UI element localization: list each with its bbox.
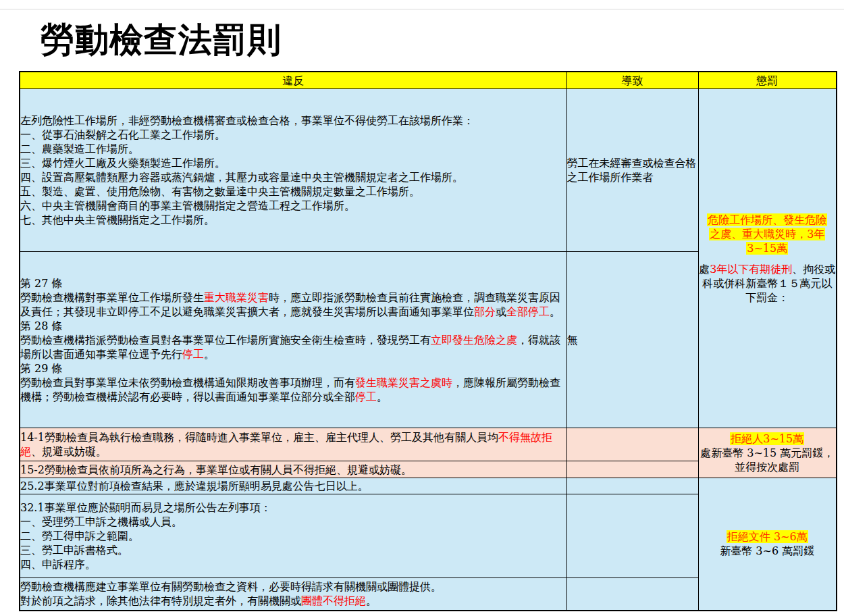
red-emphasis: 3年以下有期徒刑 xyxy=(710,263,792,276)
cell-violation-articles-27-29: 第 27 條 勞動檢查機構對事業單位工作場所發生重大職業災害時，應立即指派勞動檢… xyxy=(20,252,566,428)
penalty-highlight-refusal-person: 拒絕人3~15萬 xyxy=(730,432,804,445)
penalty-highlight-refusal-documents: 拒絕文件 3~6萬 xyxy=(727,530,808,543)
red-emphasis: 全部停工 xyxy=(506,305,550,318)
column-header-violation: 違反 xyxy=(20,72,566,89)
cell-cause-empty-row3 xyxy=(566,428,698,461)
penalty-body-criminal: 處3年以下有期徒刑、拘役或科或併科新臺幣１５萬元以下罰金： xyxy=(699,262,837,305)
cell-cause-empty-row7 xyxy=(566,578,698,611)
violation-line: 四、設置高壓氣體類壓力容器或蒸汽鍋爐，其壓力或容量達中央主管機關規定者之工作場所… xyxy=(20,170,566,184)
red-emphasis: 立即發生危險之虞 xyxy=(431,334,517,346)
cell-violation-14-1: 14-1勞動檢查員為執行檢查職務，得隨時進入事業單位，雇主、雇主代理人、勞工及其… xyxy=(20,428,566,461)
red-emphasis: 部分 xyxy=(474,305,496,318)
page-title: 勞動檢查法罰則 xyxy=(41,18,282,63)
cell-cause-unapproved-workplace: 勞工在未經審查或檢查合格之工作場所作業者 xyxy=(566,89,698,252)
article-number: 第 29 條 xyxy=(20,361,566,376)
cell-violation-15-2: 15-2勞動檢查員依前項所為之行為，事業單位或有關人員不得拒絕、規避或妨礙。 xyxy=(20,461,566,478)
violation-line: 二、農藥製造工作場所。 xyxy=(20,142,566,156)
row-25-2: 25.2事業單位對前項檢查結果，應於違規場所顯明易見處公告七日以上。 拒絕文件 … xyxy=(20,478,837,494)
row-14-1: 14-1勞動檢查員為執行檢查職務，得隨時進入事業單位，雇主、雇主代理人、勞工及其… xyxy=(20,428,837,461)
cell-violation-inspection-data: 勞動檢查機構應建立事業單位有關勞動檢查之資料，必要時得請求有關機關或團體提供。 … xyxy=(20,578,566,611)
cell-cause-none: 無 xyxy=(566,252,698,428)
violation-line: 七、其他中央主管機關指定之工作場所。 xyxy=(20,213,566,227)
column-header-punishment: 懲罰 xyxy=(698,72,837,89)
red-emphasis: 重大職業災害 xyxy=(204,291,269,304)
violation-line: 一、受理勞工申訴之機構或人員。 xyxy=(20,515,566,529)
red-emphasis: 停工 xyxy=(355,390,377,403)
top-divider-line xyxy=(0,9,844,9)
violation-line: 左列危險性工作場所，非經勞動檢查機構審查或檢查合格，事業單位不得使勞工在該場所作… xyxy=(20,113,566,128)
row-dangerous-workplaces: 左列危險性工作場所，非經勞動檢查機構審查或檢查合格，事業單位不得使勞工在該場所作… xyxy=(20,89,837,252)
cell-cause-empty-row6 xyxy=(566,494,698,578)
cell-violation-25-2: 25.2事業單位對前項檢查結果，應於違規場所顯明易見處公告七日以上。 xyxy=(20,478,566,494)
header-row: 違反 導致 懲罰 xyxy=(20,72,837,89)
penalty-body-refusal-documents: 新臺幣 3~6 萬罰鍰 xyxy=(699,544,837,558)
penalty-highlight-danger: 危險工作場所、發生危險 之虞、重大職災時，3年 3~15萬 xyxy=(699,213,837,255)
article-number: 第 28 條 xyxy=(20,319,566,333)
penalty-table: 違反 導致 懲罰 左列危險性工作場所，非經勞動檢查機構審查或檢查合格，事業單位不… xyxy=(19,71,837,611)
violation-line: 六、中央主管機關會商目的事業主管機關指定之營造工程之工作場所。 xyxy=(20,199,566,213)
violation-line: 四、申訴程序。 xyxy=(20,557,566,571)
cell-cause-empty-row4 xyxy=(566,461,698,478)
article-28-text: 勞動檢查機構指派勞動檢查員對各事業單位工作場所實施安全衛生檢查時，發現勞工有立即… xyxy=(20,333,566,361)
penalty-body-refusal-person: 處新臺幣 3~15 萬元罰鍰，並得按次處罰 xyxy=(699,446,837,474)
highlight-line: 危險工作場所、發生危險 xyxy=(707,213,827,226)
highlight-line: 之虞、重大職災時，3年 xyxy=(709,228,825,240)
cell-penalty-refusal-documents: 拒絕文件 3~6萬 新臺幣 3~6 萬罰鍰 xyxy=(698,478,837,611)
highlight-line: 3~15萬 xyxy=(746,242,788,255)
violation-line: 一、從事石油裂解之石化工業之工作場所。 xyxy=(20,128,566,142)
violation-line: 32.1事業單位應於顯明而易見之場所公告左列事項： xyxy=(20,500,566,515)
cell-violation-32-1: 32.1事業單位應於顯明而易見之場所公告左列事項： 一、受理勞工申訴之機構或人員… xyxy=(20,494,566,578)
cell-penalty-criminal: 危險工作場所、發生危險 之虞、重大職災時，3年 3~15萬 處3年以下有期徒刑、… xyxy=(698,89,837,428)
violation-line: 勞動檢查機構應建立事業單位有關勞動檢查之資料，必要時得請求有關機關或團體提供。 xyxy=(20,580,566,594)
slide-page: 勞動檢查法罰則 違反 導致 懲罰 左列危險性工作場所，非經勞動檢查機構審查或檢查… xyxy=(0,0,844,616)
article-27-text: 勞動檢查機構對事業單位工作場所發生重大職業災害時，應立即指派勞動檢查員前往實施檢… xyxy=(20,290,566,319)
article-29-text: 勞動檢查員對事業單位未依勞動檢查機構通知限期改善事項辦理，而有發生職業災害之虞時… xyxy=(20,376,566,404)
column-header-cause: 導致 xyxy=(566,72,698,89)
violation-line: 二、勞工得申訴之範圍。 xyxy=(20,529,566,543)
cell-penalty-refusal-person: 拒絕人3~15萬 處新臺幣 3~15 萬元罰鍰，並得按次處罰 xyxy=(698,428,837,478)
red-emphasis: 停工 xyxy=(182,348,204,361)
cell-violation-dangerous-workplaces: 左列危險性工作場所，非經勞動檢查機構審查或檢查合格，事業單位不得使勞工在該場所作… xyxy=(20,89,566,252)
violation-line: 五、製造、處置、使用危險物、有害物之數量達中央主管機關規定數量之工作場所。 xyxy=(20,184,566,199)
violation-line: 三、勞工申訴書格式。 xyxy=(20,543,566,557)
cell-cause-empty-row5 xyxy=(566,478,698,494)
red-emphasis: 發生職業災害之虞時 xyxy=(355,376,452,389)
violation-line: 三、爆竹煙火工廠及火藥類製造工作場所。 xyxy=(20,156,566,170)
article-number: 第 27 條 xyxy=(20,276,566,290)
red-emphasis: 團體不得拒絕 xyxy=(301,594,366,607)
violation-line: 對於前項之請求，除其他法律有特別規定者外，有關機關或團體不得拒絕。 xyxy=(20,594,566,608)
